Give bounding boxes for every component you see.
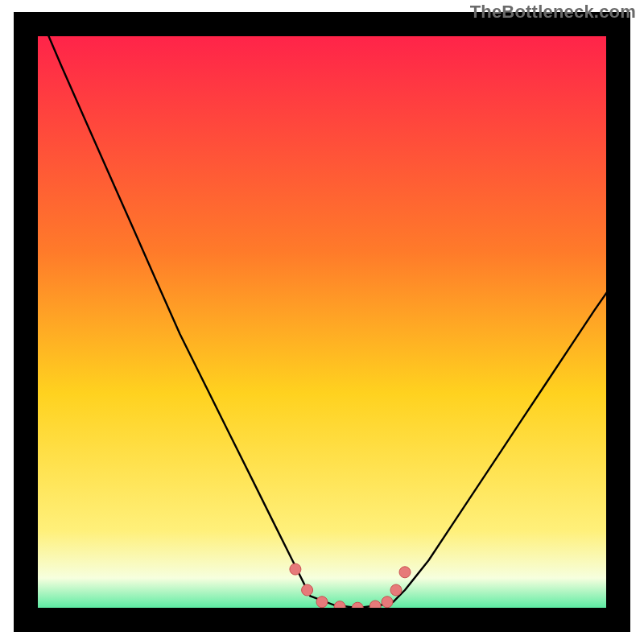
bottleneck-curve-chart bbox=[0, 0, 644, 644]
trough-marker bbox=[316, 597, 328, 608]
trough-marker bbox=[390, 584, 402, 596]
plot-border-bottom bbox=[14, 608, 630, 632]
plot-border-left bbox=[14, 12, 38, 632]
plot-border-right bbox=[606, 12, 630, 632]
watermark-text: TheBottleneck.com bbox=[470, 2, 636, 23]
trough-marker bbox=[399, 567, 411, 578]
gradient-background bbox=[26, 24, 618, 620]
chart-frame: TheBottleneck.com bbox=[0, 0, 644, 644]
trough-marker bbox=[382, 597, 393, 608]
trough-marker bbox=[302, 584, 313, 596]
trough-marker bbox=[290, 564, 301, 575]
